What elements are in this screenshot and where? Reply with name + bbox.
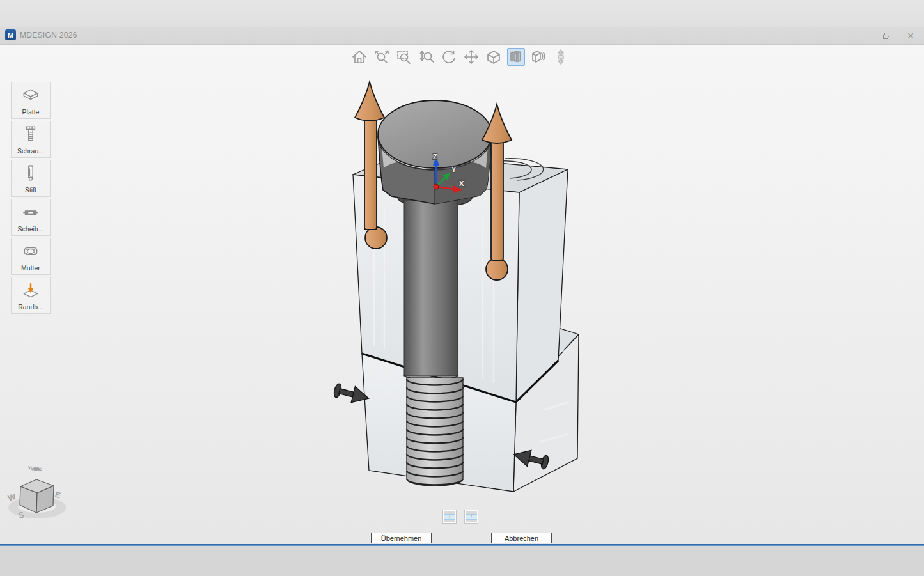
compass-east: E — [54, 490, 62, 501]
y-axis-label: Y — [451, 166, 457, 173]
pan-view-button[interactable] — [462, 48, 480, 66]
move-vertical-icon — [552, 49, 569, 65]
rotate-view-icon — [441, 49, 457, 65]
footer-strip — [0, 546, 924, 576]
sidebar-item-stift[interactable]: Stift — [11, 160, 51, 197]
window-top-strip — [0, 0, 924, 27]
rotate-view-button[interactable] — [440, 48, 458, 66]
isometric-view-button[interactable] — [485, 48, 503, 66]
zoom-dynamic-icon — [418, 49, 435, 65]
view-toolbar — [350, 48, 570, 66]
sidebar-item-scheibe[interactable]: Scheib... — [11, 199, 51, 236]
apply-button[interactable]: Übernehmen — [371, 533, 432, 543]
sidebar-item-randbedingung[interactable]: Randb... — [11, 277, 51, 314]
sidebar-item-label: Scheib... — [18, 225, 44, 233]
arrow-down-icon: ↓ — [448, 514, 451, 519]
force-arrow-right-shaft — [491, 139, 503, 260]
restore-window-icon — [883, 33, 889, 39]
x-axis-label: X — [459, 180, 464, 187]
bolt-shank — [404, 200, 458, 376]
restore-window-button[interactable] — [879, 29, 893, 43]
window-title: MDESIGN 2026 — [20, 31, 77, 40]
home-button[interactable] — [350, 48, 368, 66]
arrow-up-icon: ↑ — [470, 514, 473, 519]
sidebar-item-schraube[interactable]: Schrau... — [11, 121, 51, 158]
pan-view-icon — [463, 49, 480, 65]
isometric-view-icon — [485, 49, 502, 65]
pin-icon — [21, 164, 40, 182]
navigation-cube[interactable]: W S E VORNE OBEN — [6, 465, 66, 520]
insert-load-up-button[interactable]: ↑ — [464, 510, 478, 524]
sidebar-item-label: Platte — [22, 108, 40, 116]
plate-icon — [21, 87, 40, 104]
nut-icon — [21, 243, 40, 260]
plate-bar — [444, 520, 455, 522]
zoom-window-icon — [396, 49, 412, 65]
navcube-top-label: OBEN — [31, 467, 41, 471]
section-view-icon — [508, 49, 524, 65]
close-window-button[interactable]: ✕ — [904, 29, 918, 43]
sidebar-item-label: Stift — [25, 186, 36, 194]
viewport-canvas[interactable]: Z Y X W S E VORNE OBEN — [0, 45, 924, 545]
exploded-view-button[interactable] — [529, 48, 547, 66]
screw-icon — [21, 125, 40, 143]
sidebar-item-label: Schrau... — [17, 147, 44, 155]
close-icon: ✕ — [907, 31, 914, 41]
app-logo: M — [5, 29, 16, 40]
zoom-window-button[interactable] — [395, 48, 413, 66]
force-arrow-left-head — [355, 82, 384, 121]
force-arrow-left-shaft — [364, 116, 377, 230]
home-icon — [351, 49, 368, 65]
sidebar-item-label: Mutter — [21, 264, 40, 272]
exploded-view-icon — [530, 49, 547, 65]
sidebar-item-label: Randb... — [18, 303, 43, 311]
zoom-dynamic-button[interactable] — [418, 48, 435, 66]
washer-icon — [21, 204, 40, 221]
force-arrow-right-ball — [486, 258, 508, 280]
triad-origin — [434, 184, 439, 189]
component-sidebar: Platte Schrau... Stift — [11, 82, 51, 314]
zoom-fit-button[interactable] — [373, 48, 391, 66]
move-vertical-button[interactable] — [552, 48, 570, 66]
titlebar[interactable]: M MDESIGN 2026 ✕ — [0, 27, 924, 45]
section-view-button[interactable] — [507, 48, 525, 66]
boundary-condition-icon — [21, 281, 40, 299]
plate-bar — [466, 520, 477, 522]
sidebar-item-mutter[interactable]: Mutter — [11, 238, 51, 275]
3d-viewport[interactable]: Z Y X W S E VORNE OBEN — [0, 45, 924, 545]
force-arrow-left-ball — [365, 227, 387, 249]
insert-direction-toolbar: ↓ ↑ — [442, 510, 478, 524]
cancel-button[interactable]: Abbrechen — [491, 533, 552, 543]
z-axis-label: Z — [433, 153, 437, 160]
insert-load-down-button[interactable]: ↓ — [442, 510, 457, 524]
zoom-fit-icon — [373, 49, 390, 65]
sidebar-item-platte[interactable]: Platte — [11, 82, 51, 119]
